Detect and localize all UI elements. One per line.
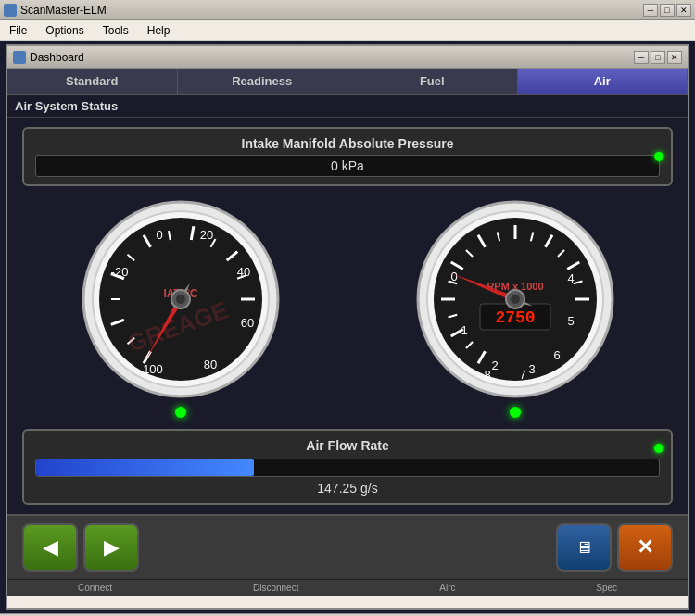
tab-bar: Standard Readiness Fuel Air xyxy=(7,69,688,95)
airc-mini-button[interactable]: Airc xyxy=(432,582,462,594)
airflow-bar-fill xyxy=(36,459,254,476)
pressure-title: Intake Manifold Absolute Pressure xyxy=(35,136,660,151)
iat-gauge: -20 0 20 40 60 80 100 xyxy=(79,197,283,401)
tab-readiness[interactable]: Readiness xyxy=(178,69,348,94)
iat-gauge-indicator xyxy=(175,407,186,418)
close-button[interactable]: ✕ xyxy=(617,523,673,572)
svg-text:7: 7 xyxy=(519,368,525,382)
svg-text:6: 6 xyxy=(553,348,560,362)
airflow-title: Air Flow Rate xyxy=(35,438,660,453)
svg-text:8: 8 xyxy=(484,368,490,382)
svg-text:100: 100 xyxy=(143,362,163,376)
app-minimize-button[interactable]: ─ xyxy=(643,4,658,17)
svg-text:2: 2 xyxy=(491,358,498,372)
iat-gauge-svg: -20 0 20 40 60 80 100 xyxy=(79,197,283,401)
airflow-indicator-dot xyxy=(654,444,663,453)
svg-text:60: 60 xyxy=(240,316,253,330)
tab-fuel[interactable]: Fuel xyxy=(348,69,518,94)
forward-arrow-icon: ▶ xyxy=(104,535,120,559)
tab-standard[interactable]: Standard xyxy=(7,69,178,94)
svg-text:0: 0 xyxy=(156,228,162,242)
monitor-icon: 🖥 xyxy=(575,538,592,558)
svg-text:40: 40 xyxy=(236,265,249,279)
menu-tools[interactable]: Tools xyxy=(97,22,134,39)
spec-mini-button[interactable]: Spec xyxy=(588,582,625,594)
pressure-display: Intake Manifold Absolute Pressure 0 kPa xyxy=(22,127,673,186)
menu-options[interactable]: Options xyxy=(40,22,89,39)
svg-text:80: 80 xyxy=(203,358,216,371)
nav-buttons: ◀ ▶ xyxy=(22,523,139,572)
svg-point-64 xyxy=(511,295,520,304)
forward-button[interactable]: ▶ xyxy=(83,523,139,572)
back-arrow-icon: ◀ xyxy=(43,535,58,559)
airflow-value: 147.25 g/s xyxy=(35,481,660,496)
app-title-bar: ScanMaster-ELM ─ □ ✕ xyxy=(0,0,695,20)
svg-text:3: 3 xyxy=(528,362,535,376)
airflow-bar-background xyxy=(35,459,660,477)
rpm-gauge-indicator xyxy=(510,407,521,418)
app-icon xyxy=(4,4,17,17)
dashboard-icon xyxy=(13,51,26,64)
rpm-gauge-container: 0 1 2 3 4 5 6 xyxy=(413,197,617,418)
mini-button-bar: Connect Disconnect Airc Spec xyxy=(7,579,688,596)
menu-file[interactable]: File xyxy=(4,22,32,39)
app-maximize-button[interactable]: □ xyxy=(660,4,675,17)
svg-text:4: 4 xyxy=(567,271,574,285)
rpm-gauge: 0 1 2 3 4 5 6 xyxy=(413,197,617,401)
svg-point-28 xyxy=(176,295,185,304)
dashboard-window: Dashboard ─ □ ✕ Standard Readiness Fuel … xyxy=(6,44,689,610)
menu-bar: File Options Tools Help xyxy=(0,20,695,41)
action-buttons: 🖥 ✕ xyxy=(556,523,673,572)
svg-text:1: 1 xyxy=(461,323,467,337)
dashboard-close-button[interactable]: ✕ xyxy=(667,51,682,64)
svg-text:0: 0 xyxy=(450,270,457,283)
connect-mini-button[interactable]: Connect xyxy=(70,582,120,594)
dashboard-title-text: Dashboard xyxy=(30,51,84,64)
svg-text:2750: 2750 xyxy=(495,308,535,327)
close-x-icon: ✕ xyxy=(637,535,653,559)
dashboard-minimize-button[interactable]: ─ xyxy=(634,51,649,64)
app-title-text: ScanMaster-ELM xyxy=(20,4,107,17)
menu-help[interactable]: Help xyxy=(142,22,176,39)
gauges-row: -20 0 20 40 60 80 100 xyxy=(22,197,673,418)
dashboard-window-buttons[interactable]: ─ □ ✕ xyxy=(634,51,682,64)
app-close-button[interactable]: ✕ xyxy=(676,4,691,17)
svg-text:-20: -20 xyxy=(110,265,128,279)
main-content: Intake Manifold Absolute Pressure 0 kPa xyxy=(7,118,688,514)
pressure-indicator-dot xyxy=(654,152,663,161)
dashboard-maximize-button[interactable]: □ xyxy=(651,51,665,64)
iat-gauge-container: -20 0 20 40 60 80 100 xyxy=(79,197,283,418)
rpm-gauge-svg: 0 1 2 3 4 5 6 xyxy=(413,197,617,401)
pressure-value: 0 kPa xyxy=(35,155,660,177)
bottom-button-bar: ◀ ▶ 🖥 ✕ xyxy=(7,514,688,579)
svg-text:5: 5 xyxy=(567,314,574,328)
airflow-display: Air Flow Rate 147.25 g/s xyxy=(22,429,673,505)
tab-air[interactable]: Air xyxy=(518,69,689,94)
dashboard-title-bar: Dashboard ─ □ ✕ xyxy=(7,46,688,69)
disconnect-mini-button[interactable]: Disconnect xyxy=(246,582,306,594)
back-button[interactable]: ◀ xyxy=(22,523,78,572)
air-system-status-label: Air System Status xyxy=(7,95,688,118)
svg-text:20: 20 xyxy=(199,228,212,242)
monitor-button[interactable]: 🖥 xyxy=(556,523,612,572)
dashboard-title-left: Dashboard xyxy=(13,51,84,64)
app-title-left: ScanMaster-ELM xyxy=(4,4,107,17)
app-window-buttons[interactable]: ─ □ ✕ xyxy=(643,4,691,17)
